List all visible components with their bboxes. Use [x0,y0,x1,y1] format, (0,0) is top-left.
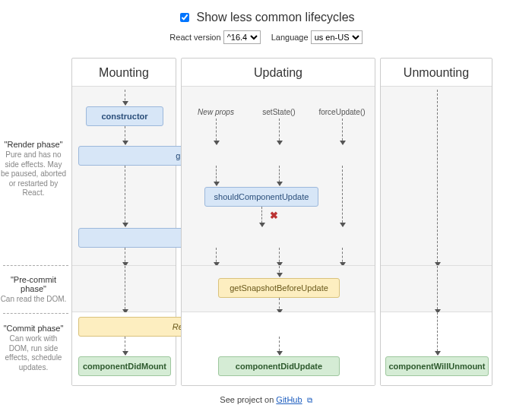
phase-render: "Render phase" Pure and has no side effe… [0,140,67,198]
footer-github-link[interactable]: GitHub [276,395,302,404]
arrow-upd-np [216,119,217,144]
language-select[interactable]: us en-US [311,30,363,44]
react-version-selector: React version ^16.4 [169,30,260,44]
react-version-label: React version [169,33,220,42]
diagram-grid: "Render phase" Pure and has no side effe… [0,58,497,386]
arrow-upd-2a [216,166,217,185]
x-icon: ✖ [270,210,278,221]
arrow-upd-fu [342,119,343,144]
external-link-icon: ⧉ [307,396,312,405]
zone-unmount-render [381,86,492,265]
phase-render-title: "Render phase" [0,140,67,149]
phase-precommit: "Pre-commit phase" Can read the DOM. [0,275,67,305]
box-cwu[interactable]: componentWillUnmount [385,356,489,376]
arrow-upd-4a [216,248,217,266]
column-unmounting-title: Unmounting [381,59,492,86]
phase-render-desc: Pure and has no side effects. May be pau… [0,150,67,198]
arrow-upd-ss [279,119,280,144]
phase-sep-2 [3,313,68,314]
box-cdm[interactable]: componentDidMount [78,356,171,376]
arrow-upd-7 [279,337,280,355]
zone-update-render: New props setState() forceUpdate() shoul… [182,86,375,265]
box-constructor[interactable]: constructor [86,106,163,126]
column-updating-title: Updating [182,59,375,86]
label-set-state: setState() [256,108,302,116]
arrow-mount-2 [125,126,125,144]
phase-precommit-title: "Pre-commit phase" [0,275,67,293]
zone-mount-commit: React updates DOM and refs componentDidM… [72,312,176,385]
arrow-mount-4 [125,248,125,266]
arrow-unm-1 [437,90,438,266]
show-less-common-checkbox[interactable] [180,13,189,22]
arrow-mount-3 [125,166,125,226]
column-mounting: Mounting constructor getDerivedStateFrom… [71,58,176,386]
phase-commit-title: "Commit phase" [0,324,67,333]
page-root: Show less common lifecycles React versio… [0,0,532,408]
arrow-mount-1 [125,90,125,105]
box-cdu[interactable]: componentDidUpdate [218,356,340,376]
phase-column: "Render phase" Pure and has no side effe… [0,58,71,386]
language-label: Language [271,33,309,42]
show-less-common-label: Show less common lifecycles [196,11,354,24]
phase-commit: "Commit phase" Can work with DOM, run si… [0,324,67,372]
arrow-upd-6 [279,298,280,313]
footer-text: See project on [220,395,276,404]
header-selectors: React version ^16.4 Language us en-US [0,30,532,44]
toggle-row: Show less common lifecycles [0,11,532,24]
zone-unmount-precommit [381,265,492,312]
arrow-upd-4c [342,248,343,266]
box-scu[interactable]: shouldComponentUpdate [204,187,318,207]
zone-update-precommit: getSnapshotBeforeUpdate [182,265,375,312]
box-gsbu[interactable]: getSnapshotBeforeUpdate [218,278,340,298]
arrow-mount-5 [125,266,125,313]
arrow-unm-2 [437,266,438,313]
arrow-upd-4b [279,248,280,266]
label-force-update: forceUpdate() [314,108,370,116]
react-version-select[interactable]: ^16.4 [223,30,261,44]
label-new-props: New props [189,108,242,116]
zone-update-commit: componentDidUpdate [182,312,375,385]
zone-mount-render: constructor getDerivedStateFromProps ren… [72,86,176,265]
footer: See project on GitHub ⧉ [0,395,532,405]
phase-commit-desc: Can work with DOM, run side effects, sch… [0,334,67,372]
arrow-unm-3 [437,312,438,355]
language-selector: Language us en-US [271,30,363,44]
arrow-upd-2b [279,166,280,185]
phase-precommit-desc: Can read the DOM. [0,295,67,305]
zone-mount-precommit [72,265,176,312]
zone-unmount-commit: componentWillUnmount [381,312,492,385]
column-updating: Updating New props setState() forceUpdat… [181,58,375,386]
phase-sep-1 [3,265,68,266]
arrow-upd-2c [342,166,343,226]
arrow-upd-3 [261,207,262,226]
arrow-mount-6 [125,337,125,355]
column-mounting-title: Mounting [72,59,176,86]
arrow-upd-5 [279,266,280,277]
header: Show less common lifecycles React versio… [0,0,532,44]
column-unmounting: Unmounting componentWillUnmount [380,58,492,386]
